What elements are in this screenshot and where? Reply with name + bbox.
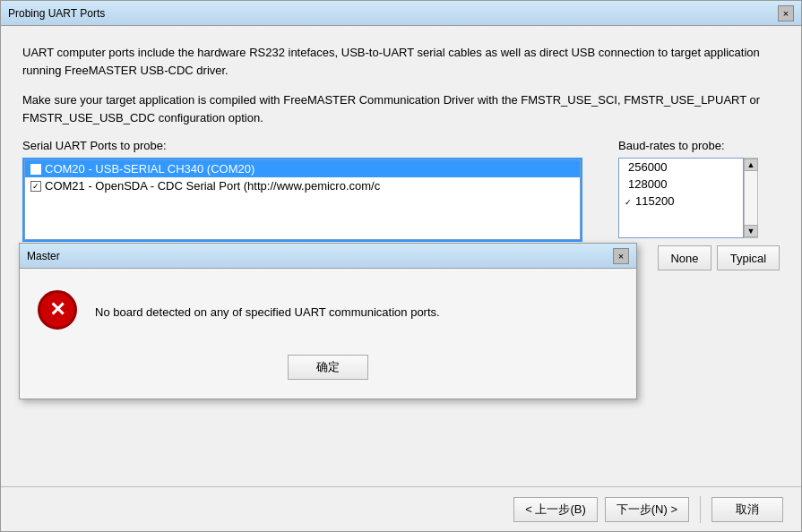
error-ok-row: 确定: [20, 355, 636, 394]
scroll-down-arrow[interactable]: ▼: [744, 225, 758, 237]
port-item-2-text: COM21 - OpenSDA - CDC Serial Port (http:…: [45, 179, 380, 193]
description-line1: UART computer ports include the hardware…: [22, 44, 780, 79]
baud-scrollbar[interactable]: ▲ ▼: [744, 158, 758, 238]
title-bar: Probing UART Ports ×: [1, 1, 801, 26]
window-title: Probing UART Ports: [8, 7, 105, 20]
ok-button[interactable]: 确定: [288, 355, 368, 380]
list-item[interactable]: COM20 - USB-SERIAL CH340 (COM20): [25, 160, 580, 177]
window-close-button[interactable]: ×: [778, 5, 794, 21]
ports-list-wrapper: COM20 - USB-SERIAL CH340 (COM20) ✓ COM21…: [22, 158, 582, 242]
cancel-button[interactable]: 取消: [711, 497, 783, 522]
next-button[interactable]: 下一步(N) >: [605, 497, 689, 522]
baud-list[interactable]: 256000 128000 ✓ 115200: [618, 158, 744, 238]
baud-action-buttons: None Typical: [618, 245, 780, 270]
error-title-bar: Master ×: [20, 244, 636, 269]
none-button[interactable]: None: [658, 245, 711, 270]
error-icon-circle: ✕: [38, 290, 77, 330]
button-separator: [700, 496, 701, 523]
bottom-bar: < 上一步(B) 下一步(N) > 取消: [1, 486, 801, 531]
port-item-1-text: COM20 - USB-SERIAL CH340 (COM20): [45, 162, 254, 176]
baud-label: Baud-rates to probe:: [618, 139, 780, 152]
port-checkbox-1[interactable]: [30, 164, 41, 175]
list-item[interactable]: ✓ COM21 - OpenSDA - CDC Serial Port (htt…: [25, 177, 580, 194]
description-line2: Make sure your target application is com…: [22, 91, 780, 126]
error-icon: ✕: [38, 290, 81, 333]
ports-label: Serial UART Ports to probe:: [22, 139, 582, 152]
error-close-button[interactable]: ×: [613, 248, 629, 264]
baud-item-3[interactable]: ✓ 115200: [619, 193, 743, 210]
typical-button[interactable]: Typical: [717, 245, 780, 270]
baud-checkbox-3[interactable]: ✓: [625, 194, 632, 208]
error-body: ✕ No board detected on any of specified …: [20, 269, 636, 355]
error-message: No board detected on any of specified UA…: [95, 305, 618, 319]
baud-item-2-text: 128000: [628, 177, 667, 191]
error-dialog-title: Master: [27, 250, 60, 262]
scroll-up-arrow[interactable]: ▲: [744, 159, 758, 171]
baud-item-1[interactable]: 256000: [619, 159, 743, 176]
back-button[interactable]: < 上一步(B): [513, 497, 598, 522]
baud-item-2[interactable]: 128000: [619, 176, 743, 193]
main-window: Probing UART Ports × UART computer ports…: [0, 0, 802, 532]
error-dialog: Master × ✕ No board detected on any of s…: [19, 243, 637, 399]
scroll-track: [745, 171, 757, 225]
error-x-symbol: ✕: [49, 300, 65, 320]
baud-section: Baud-rates to probe: 256000 128000 ✓: [618, 139, 780, 270]
baud-item-1-text: 256000: [628, 160, 667, 174]
ports-list[interactable]: COM20 - USB-SERIAL CH340 (COM20) ✓ COM21…: [24, 159, 581, 240]
port-checkbox-2[interactable]: ✓: [30, 181, 41, 192]
baud-item-3-text: 115200: [635, 194, 674, 208]
baud-list-container: 256000 128000 ✓ 115200 ▲: [618, 158, 780, 238]
